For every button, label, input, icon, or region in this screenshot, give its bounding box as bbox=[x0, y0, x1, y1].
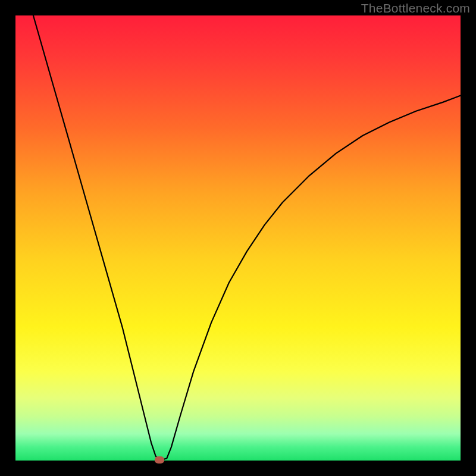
chart-frame: TheBottleneck.com bbox=[0, 0, 476, 476]
watermark-text: TheBottleneck.com bbox=[361, 1, 470, 15]
bottleneck-curve bbox=[15, 15, 461, 461]
minimum-marker bbox=[155, 456, 164, 464]
plot-area bbox=[15, 15, 461, 461]
